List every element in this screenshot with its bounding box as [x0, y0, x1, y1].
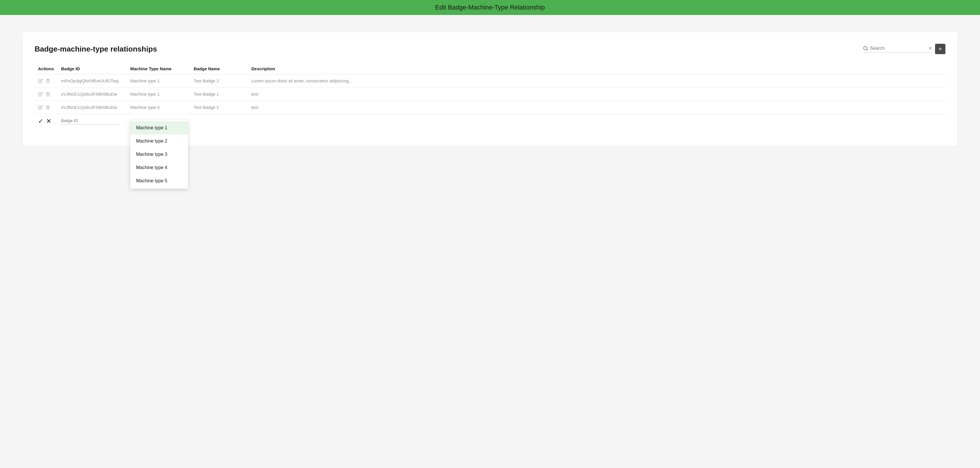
data-table: Actions Badge ID Machine Type Name Badge… — [35, 63, 945, 129]
dropdown-item[interactable]: Machine type 5 — [130, 174, 188, 187]
dropdown-item[interactable]: Machine type 3 — [130, 148, 188, 161]
dropdown-item[interactable]: Machine type 1 — [130, 121, 188, 135]
add-button[interactable]: + — [935, 44, 945, 54]
clear-icon[interactable]: ✕ — [928, 46, 932, 51]
row-machine-type: Machine type 1 — [127, 87, 190, 101]
confirm-button[interactable]: ✓ — [38, 117, 43, 125]
edit-actions-cell: ✓ ✕ — [35, 114, 58, 129]
table-row: mRvOju8gQhKhfEwUUfGTwg Machine type 1 Te… — [35, 74, 945, 87]
delete-icon[interactable] — [46, 105, 50, 110]
col-header-badge-name: Badge Name — [190, 63, 248, 74]
badge-id-input[interactable] — [61, 118, 119, 124]
row-machine-type: Machine type 5 — [127, 101, 190, 114]
row-description: test — [248, 87, 945, 101]
edit-icon[interactable] — [38, 105, 43, 110]
table-row: vVJlMJCcQs6oJF58K6BuDw Machine type 1 Te… — [35, 87, 945, 101]
row-badge-name: Test Badge 1 — [190, 87, 248, 101]
row-badge-id: mRvOju8gQhKhfEwUUfGTwg — [58, 74, 127, 87]
edit-badge-id-cell — [58, 114, 127, 129]
col-header-description: Description — [248, 63, 945, 74]
row-actions-cell — [35, 87, 58, 101]
cancel-button[interactable]: ✕ — [46, 117, 51, 125]
row-badge-id: vVJlMJCcQs6oJF58K6BuDw — [58, 101, 127, 114]
table-header-row: Actions Badge ID Machine Type Name Badge… — [35, 63, 945, 74]
row-description: Lorem ipsum dolor sit amet, consectetur … — [248, 74, 945, 87]
dropdown-item[interactable]: Machine type 4 — [130, 161, 188, 174]
edit-badge-name-cell — [190, 114, 248, 129]
col-header-actions: Actions — [35, 63, 58, 74]
page-title: Edit Badge-Machine-Type Relationship — [435, 4, 545, 11]
dropdown-item[interactable]: Machine type 2 — [130, 135, 188, 148]
row-badge-name: Test Badge 1 — [190, 101, 248, 114]
edit-icon[interactable] — [38, 92, 43, 97]
table-row: vVJlMJCcQs6oJF58K6BuDw Machine type 5 Te… — [35, 101, 945, 114]
page-content: Badge-machine-type relationships ✕ + — [0, 15, 980, 163]
search-box: ✕ — [863, 46, 932, 52]
search-input[interactable] — [870, 46, 927, 51]
edit-icon[interactable] — [38, 79, 43, 83]
col-header-machine-type: Machine Type Name — [127, 63, 190, 74]
dropdown-menu: Machine type 1 Machine type 2 Machine ty… — [130, 120, 188, 189]
col-header-badge-id: Badge ID — [58, 63, 127, 74]
search-area: ✕ + — [863, 44, 945, 54]
delete-icon[interactable] — [46, 92, 50, 97]
edit-description-cell — [248, 114, 945, 129]
search-icon — [863, 46, 868, 51]
svg-line-1 — [866, 49, 867, 50]
main-card: Badge-machine-type relationships ✕ + — [23, 32, 957, 146]
card-header: Badge-machine-type relationships ✕ + — [35, 44, 945, 54]
row-badge-id: vVJlMJCcQs6oJF58K6BuDw — [58, 87, 127, 101]
card-title: Badge-machine-type relationships — [35, 44, 157, 54]
svg-point-0 — [864, 46, 867, 50]
row-machine-type: Machine type 1 — [127, 74, 190, 87]
row-description: test — [248, 101, 945, 114]
row-actions-cell — [35, 74, 58, 87]
top-bar: Edit Badge-Machine-Type Relationship — [0, 0, 980, 15]
row-actions-cell — [35, 101, 58, 114]
edit-row: ✓ ✕ Machine type 1 Machine type 2 Machin… — [35, 114, 945, 129]
delete-icon[interactable] — [46, 79, 50, 83]
row-badge-name: Test Badge 2 — [190, 74, 248, 87]
edit-machine-type-cell: Machine type 1 Machine type 2 Machine ty… — [127, 114, 190, 129]
